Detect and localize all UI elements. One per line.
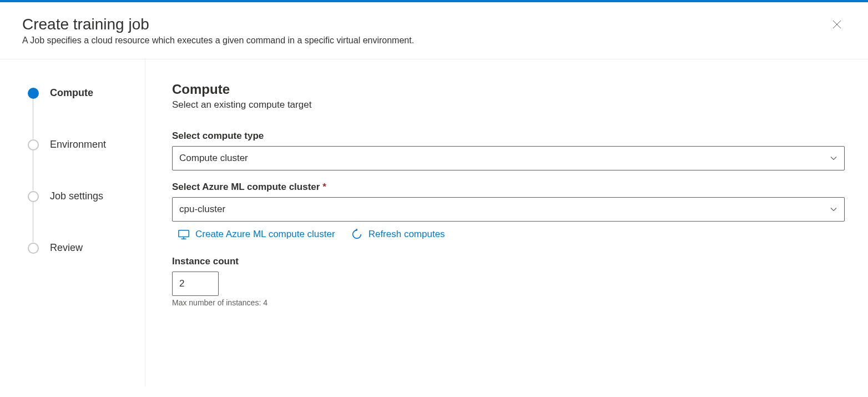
instance-count-hint: Max number of instances: 4 xyxy=(172,298,846,307)
section-subtitle: Select an existing compute target xyxy=(172,99,846,110)
wizard-steps-sidebar: Compute Environment Job settings Review xyxy=(0,59,145,386)
step-label: Environment xyxy=(50,139,106,150)
step-compute[interactable]: Compute xyxy=(28,87,134,99)
instance-count-label: Instance count xyxy=(172,256,846,267)
page-subtitle: A Job specifies a cloud resource which e… xyxy=(22,36,828,46)
step-connector xyxy=(33,202,33,242)
chevron-down-icon xyxy=(830,205,837,213)
create-cluster-label: Create Azure ML compute cluster xyxy=(195,229,335,240)
compute-type-label: Select compute type xyxy=(172,130,846,142)
chevron-down-icon xyxy=(830,154,837,162)
compute-cluster-label: Select Azure ML compute cluster * xyxy=(172,182,846,193)
close-icon xyxy=(832,19,841,29)
step-indicator-icon xyxy=(28,243,39,254)
compute-cluster-value: cpu-cluster xyxy=(179,204,225,215)
svg-rect-2 xyxy=(179,230,189,237)
step-job-settings[interactable]: Job settings xyxy=(28,190,134,202)
compute-type-select[interactable]: Compute cluster xyxy=(172,146,845,170)
step-environment[interactable]: Environment xyxy=(28,139,134,150)
step-label: Review xyxy=(50,242,83,254)
monitor-icon xyxy=(178,228,190,240)
instance-count-input[interactable] xyxy=(172,272,219,296)
step-review[interactable]: Review xyxy=(28,242,134,254)
refresh-computes-label: Refresh computes xyxy=(369,229,445,240)
refresh-icon xyxy=(351,228,363,240)
required-asterisk: * xyxy=(322,182,326,192)
compute-cluster-select[interactable]: cpu-cluster xyxy=(172,197,845,222)
step-connector xyxy=(33,99,33,139)
step-indicator-icon xyxy=(28,88,39,99)
step-indicator-icon xyxy=(28,139,39,150)
step-label: Compute xyxy=(50,87,93,99)
body-container: Compute Environment Job settings Review … xyxy=(0,59,868,386)
step-indicator-icon xyxy=(28,191,39,202)
step-connector xyxy=(33,150,33,190)
compute-type-value: Compute cluster xyxy=(179,153,248,164)
page-title: Create training job xyxy=(22,16,828,33)
page-header: Create training job A Job specifies a cl… xyxy=(0,2,868,59)
close-button[interactable] xyxy=(828,16,846,33)
create-cluster-link[interactable]: Create Azure ML compute cluster xyxy=(178,228,335,240)
refresh-computes-link[interactable]: Refresh computes xyxy=(351,228,445,240)
main-content: Compute Select an existing compute targe… xyxy=(145,59,868,386)
cluster-actions: Create Azure ML compute cluster Refresh … xyxy=(172,228,846,240)
section-title: Compute xyxy=(172,82,846,97)
step-label: Job settings xyxy=(50,190,103,202)
